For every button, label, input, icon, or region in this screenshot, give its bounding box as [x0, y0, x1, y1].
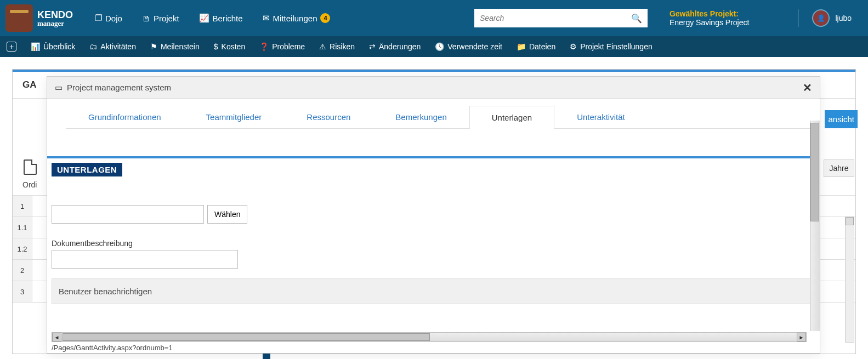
close-icon[interactable]: ✕ — [803, 81, 812, 94]
search-icon[interactable]: 🔍 — [631, 13, 642, 24]
user-area[interactable]: 👤 ljubo — [798, 9, 863, 27]
subnav-uberblick[interactable]: 📊Überblick — [31, 42, 75, 51]
nav-dojo-label: Dojo — [105, 14, 122, 23]
subnav-zeit[interactable]: 🕓Verwendete zeit — [435, 42, 502, 51]
selected-project-label: Gewähltes Projekt: — [670, 9, 750, 18]
nav-berichte[interactable]: 📈 Berichte — [199, 13, 243, 23]
subnav-dateien[interactable]: 📁Dateien — [517, 42, 555, 51]
add-button[interactable]: + — [7, 42, 16, 52]
tasks-icon: 🗂 — [89, 42, 97, 51]
avatar: 👤 — [812, 9, 830, 27]
dialog-title: Project management system — [67, 83, 171, 92]
gear-icon: ⚙ — [570, 42, 577, 51]
export-icon[interactable] — [24, 159, 37, 175]
dialog-content-area: UNTERLAGEN Wählen Dokumentbeschreibung B… — [47, 156, 820, 304]
tab-unteraktivitat[interactable]: Unteraktivität — [554, 105, 648, 128]
search-input[interactable] — [480, 14, 631, 22]
logo[interactable]: KENDO manager — [5, 4, 73, 32]
nav-mitteilungen[interactable]: ✉ Mitteilungen 4 — [263, 13, 331, 23]
gantt-panel: GA ansicht Jahre Ordi 1 1.1 1.2 2 3 — [12, 69, 856, 354]
scroll-thumb[interactable] — [63, 333, 430, 341]
top-header: KENDO manager ❐ Dojo 🗎 Projekt 📈 Bericht… — [0, 0, 868, 36]
question-icon: ❓ — [259, 42, 269, 51]
upload-row: Wählen — [52, 205, 820, 224]
choose-file-button[interactable]: Wählen — [207, 205, 247, 224]
flag-icon: ⚑ — [150, 42, 157, 51]
iframe-path: /Pages/GanttActivity.aspx?ordnumb=1 — [52, 344, 173, 352]
dollar-icon: $ — [214, 42, 218, 51]
clock-icon: 🕓 — [435, 42, 444, 51]
selected-project-name: Energy Savings Project — [670, 18, 750, 27]
exchange-icon: ⇄ — [369, 42, 376, 51]
chart-line-icon: 📊 — [31, 42, 40, 51]
subnav-probleme[interactable]: ❓Probleme — [259, 42, 305, 51]
tab-ressourcen[interactable]: Ressourcen — [284, 105, 373, 128]
sub-nav: + 📊Überblick 🗂Aktivitäten ⚑Meilenstein $… — [0, 36, 868, 57]
scroll-thumb[interactable] — [810, 123, 819, 221]
description-label: Dokumentbeschreibung — [52, 239, 820, 248]
file-icon: 🗎 — [142, 14, 150, 23]
col-ord: Ordi — [19, 180, 37, 189]
dialog-tabs: Grundinformationen Teammitglieder Ressou… — [66, 105, 820, 129]
file-name-display — [52, 205, 204, 224]
copy-icon: ❐ — [95, 13, 102, 23]
main: GA ansicht Jahre Ordi 1 1.1 1.2 2 3 — [0, 57, 868, 359]
gantt-vertical-scrollbar[interactable] — [845, 216, 854, 343]
window-icon: ▭ — [55, 83, 63, 93]
logo-line2: manager — [37, 20, 73, 27]
scroll-left-icon[interactable]: ◄ — [52, 333, 61, 341]
scroll-right-icon[interactable]: ► — [797, 333, 806, 341]
tab-unterlagen[interactable]: Unterlagen — [469, 106, 554, 129]
notification-badge: 4 — [320, 13, 330, 23]
logo-line1: KENDO — [37, 9, 73, 20]
chart-icon: 📈 — [199, 13, 209, 23]
warning-icon: ⚠ — [319, 42, 326, 51]
mail-icon: ✉ — [263, 13, 270, 23]
nav-projekt[interactable]: 🗎 Projekt — [142, 13, 179, 23]
logo-icon — [5, 4, 33, 32]
selected-project: Gewähltes Projekt: Energy Savings Projec… — [670, 9, 750, 27]
tab-bemerkungen[interactable]: Bemerkungen — [373, 105, 469, 128]
subnav-kosten[interactable]: $Kosten — [214, 42, 245, 51]
description-input[interactable] — [52, 250, 238, 269]
dialog-titlebar[interactable]: ▭ Project management system ✕ — [47, 77, 820, 99]
nav-berichte-label: Berichte — [213, 14, 243, 23]
tab-grundinformationen[interactable]: Grundinformationen — [66, 105, 184, 128]
top-nav: ❐ Dojo 🗎 Projekt 📈 Berichte ✉ Mitteilung… — [95, 13, 330, 23]
activity-dialog: ▭ Project management system ✕ Grundinfor… — [47, 76, 820, 354]
nav-dojo[interactable]: ❐ Dojo — [95, 13, 122, 23]
scroll-up-icon[interactable] — [846, 217, 854, 225]
folder-icon: 📁 — [517, 42, 526, 51]
subnav-meilenstein[interactable]: ⚑Meilenstein — [150, 42, 200, 51]
section-title: UNTERLAGEN — [52, 163, 122, 176]
nav-mitteilungen-label: Mitteilungen — [273, 14, 317, 23]
username: ljubo — [835, 14, 852, 22]
subnav-einstellungen[interactable]: ⚙Projekt Einstellungen — [570, 42, 653, 51]
tab-teammitglieder[interactable]: Teammitglieder — [184, 105, 285, 128]
dialog-horizontal-scrollbar[interactable]: ◄ ► — [52, 332, 807, 342]
notify-users-section[interactable]: Benutzer benachrichtigen — [52, 278, 820, 304]
logo-text: KENDO manager — [37, 10, 73, 27]
subnav-anderungen[interactable]: ⇄Änderungen — [369, 42, 421, 51]
search-box[interactable]: 🔍 — [474, 9, 648, 27]
dialog-vertical-scrollbar[interactable] — [810, 121, 820, 331]
subnav-aktivitaten[interactable]: 🗂Aktivitäten — [89, 42, 136, 51]
view-toggle-button[interactable]: ansicht — [825, 110, 858, 128]
nav-projekt-label: Projekt — [154, 14, 179, 23]
subnav-risiken[interactable]: ⚠Risiken — [319, 42, 355, 51]
